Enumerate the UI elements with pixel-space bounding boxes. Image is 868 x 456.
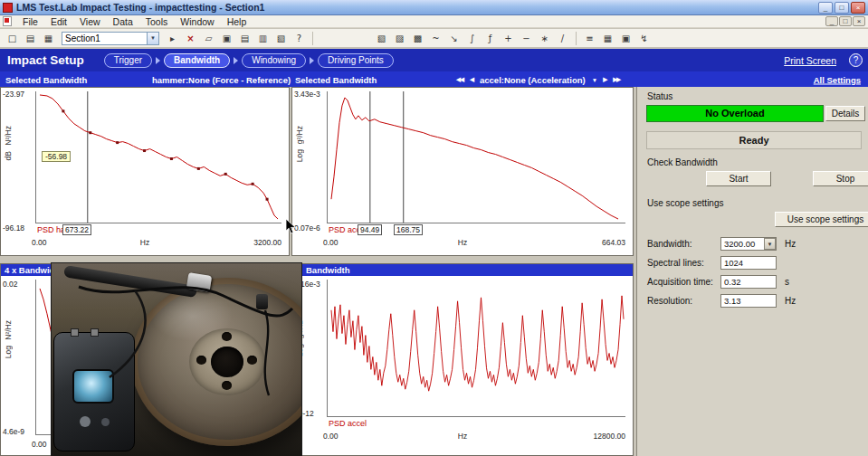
frf-display-icon[interactable]: ▧ [373, 31, 390, 46]
x-axis-label: Hz [292, 238, 633, 247]
psd-accel-plot[interactable] [327, 91, 625, 223]
no-overload-indicator[interactable]: No Overload [646, 105, 824, 122]
menu-view[interactable]: View [73, 16, 107, 27]
cut-icon[interactable]: ▱ [200, 31, 217, 46]
resolution-label: Resolution: [647, 296, 692, 306]
mdi-close-button[interactable]: × [853, 16, 865, 26]
menu-help[interactable]: Help [221, 16, 253, 27]
menu-window[interactable]: Window [174, 16, 220, 27]
document-icon [3, 16, 12, 26]
next-channel-icon[interactable]: ▶ [603, 76, 606, 83]
y-axis-max: 3.43e-3 [294, 90, 320, 99]
help-icon[interactable]: ? [849, 53, 863, 67]
cursor-tooltip: -56.98 [42, 151, 71, 162]
paste-icon[interactable]: ▤ [236, 31, 253, 46]
start-button[interactable]: Start [706, 171, 771, 186]
psd-hammer-plot[interactable]: -56.98 [35, 91, 281, 223]
mdi-minimize-button[interactable]: _ [825, 16, 838, 26]
menu-tools[interactable]: Tools [139, 16, 175, 27]
open-file-icon[interactable]: ▤ [22, 31, 39, 46]
close-button[interactable]: × [851, 2, 865, 14]
step-bandwidth[interactable]: Bandwidth [164, 53, 230, 68]
x-axis-min: 0.00 [32, 440, 47, 449]
section-selector[interactable]: Section1 ▼ [62, 32, 159, 45]
title-bar: LMS Test.Lab Impact Testing - impacttest… [0, 0, 868, 15]
divide-icon[interactable]: / [554, 31, 571, 46]
x-axis-max: 3200.00 [253, 238, 281, 247]
psd-hammer-chart: -23.97 N²/Hz dB -96.18 -56.98 PSD hammer [0, 87, 290, 256]
print-screen-link[interactable]: Print Screen [784, 55, 849, 66]
toolbar-separator [312, 32, 313, 45]
cursor1-x-value[interactable]: 94.49 [358, 224, 382, 235]
x-axis-label: Hz [292, 432, 633, 441]
chevron-down-icon[interactable]: ▼ [764, 238, 776, 250]
new-file-icon[interactable]: □ [4, 31, 21, 46]
arrow-right-icon [310, 57, 314, 64]
menu-data[interactable]: Data [107, 16, 139, 27]
bandwidth4x-accel-plot[interactable] [327, 280, 625, 417]
chevron-down-icon[interactable]: ▼ [147, 33, 158, 44]
decay-icon[interactable]: ↘ [445, 31, 463, 46]
chart-header: Bandwidth [292, 264, 633, 276]
copy-icon[interactable]: ▣ [218, 31, 235, 46]
stop-button[interactable]: Stop [813, 171, 868, 186]
app-logo-icon [3, 3, 13, 13]
y-unit: N²/Hz [4, 320, 13, 340]
menu-file[interactable]: File [16, 16, 44, 27]
multiply-icon[interactable]: ∗ [536, 31, 553, 46]
flash-icon[interactable]: ↯ [635, 31, 653, 46]
cursor2-x-value[interactable]: 168.75 [394, 224, 423, 235]
window-title: LMS Test.Lab Impact Testing - impacttest… [16, 2, 815, 13]
acquisition-time-value[interactable]: 0.32 [720, 275, 777, 289]
spectrum-display-icon[interactable]: ▨ [391, 31, 408, 46]
print-preview-icon[interactable]: ▧ [272, 31, 290, 46]
resolution-unit: Hz [785, 296, 796, 306]
maximize-button[interactable]: □ [835, 2, 849, 14]
acquisition-time-field-row: Acquisition time: 0.32 s [637, 275, 868, 290]
y-axis-max: -23.97 [3, 90, 24, 99]
first-channel-icon[interactable]: ◀◀ [456, 76, 463, 83]
print-icon[interactable]: ▥ [254, 31, 272, 46]
mdi-restore-button[interactable]: □ [839, 16, 852, 26]
last-channel-icon[interactable]: ▶▶ [613, 76, 620, 83]
waveform-icon[interactable]: ~ [427, 31, 444, 46]
sensor-cables [52, 263, 301, 456]
accel-noise-curve [328, 280, 625, 416]
cursor-x-value[interactable]: 673.22 [62, 224, 91, 235]
menu-edit[interactable]: Edit [44, 16, 73, 27]
delete-section-icon[interactable]: × [182, 31, 199, 46]
add-icon[interactable]: + [500, 31, 517, 46]
help-icon[interactable]: ? [291, 31, 308, 46]
prev-channel-icon[interactable]: ◀ [470, 76, 473, 83]
integrate-icon[interactable]: ∫ [463, 31, 481, 46]
step-driving-points[interactable]: Driving Points [318, 53, 394, 68]
spectral-lines-label: Spectral lines: [647, 258, 704, 268]
status-panel: Status No Overload Details Ready Check B… [636, 87, 868, 456]
step-trigger[interactable]: Trigger [104, 53, 152, 68]
details-button[interactable]: Details [825, 106, 865, 121]
save-data-icon[interactable]: ▣ [617, 31, 634, 46]
all-settings-link[interactable]: All Settings [814, 74, 861, 84]
octave-display-icon[interactable]: ▩ [409, 31, 426, 46]
table-icon[interactable]: ▦ [599, 31, 616, 46]
step-windowing[interactable]: Windowing [242, 53, 306, 68]
minimize-button[interactable]: _ [818, 2, 833, 14]
x-axis-max: 12800.00 [594, 432, 625, 441]
ready-status: Ready [646, 131, 862, 149]
resolution-field-row: Resolution: 3.13 Hz [637, 294, 868, 309]
add-section-icon[interactable]: ▸ [164, 31, 181, 46]
save-file-icon[interactable]: ▦ [40, 31, 57, 46]
y-unit: Log [295, 149, 304, 162]
y-axis-units: g²/Hz Log [295, 126, 304, 163]
y-axis-units: N²/Hz Log [4, 320, 13, 358]
spectral-lines-value[interactable]: 1024 [720, 256, 777, 270]
use-scope-settings-button[interactable]: Use scope settings [775, 212, 868, 227]
subtract-icon[interactable]: − [518, 31, 535, 46]
accel-channel-label[interactable]: accel:None (Acceleration) [480, 74, 586, 84]
function-icon[interactable]: ƒ [482, 31, 499, 46]
resolution-value[interactable]: 3.13 [720, 294, 777, 308]
channel-dropdown-icon[interactable]: ▼ [592, 76, 596, 82]
x-axis-label: Hz [1, 238, 289, 247]
hammer-channel-label[interactable]: hammer:None (Force - Reference) [152, 74, 291, 84]
list-icon[interactable]: ≡ [581, 31, 598, 46]
